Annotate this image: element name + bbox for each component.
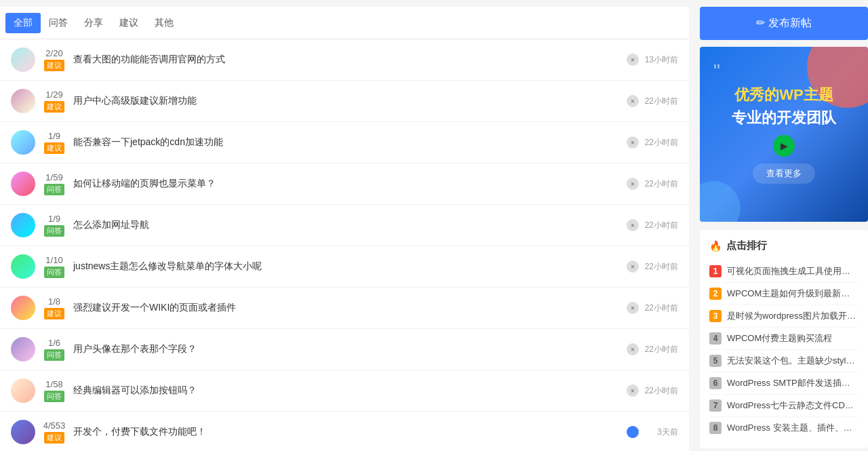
post-title[interactable]: justnews主题怎么修改导航菜单的字体大小呢 — [73, 260, 620, 273]
list-item: 1/6 问答 用户头像在那个表那个字段？ × 22小时前 — [0, 329, 689, 370]
post-time: 22小时前 — [644, 261, 678, 273]
meta-col: 1/58 问答 — [42, 379, 66, 402]
ranking-title-text: WPCOM付费主题购买流程 — [727, 332, 859, 345]
post-title[interactable]: 如何让移动端的页脚也显示菜单？ — [73, 178, 620, 190]
item-right: × 22小时前 — [627, 95, 678, 107]
rank-number: 1 — [709, 265, 722, 277]
item-right: × 22小时前 — [627, 302, 678, 314]
reply-count: 2/20 — [45, 48, 62, 58]
list-item: 2/20 建议 查看大图的功能能否调用官网的方式 × 13小时前 — [0, 39, 689, 81]
ranking-title-text: WordPress 安装主题、插件、更新... — [727, 422, 859, 434]
avatar — [11, 213, 35, 237]
x-badge: × — [627, 178, 639, 190]
ranking-item[interactable]: 6 WordPress SMTP邮件发送插件：... — [709, 372, 859, 395]
rank-number: 2 — [709, 288, 722, 300]
post-title[interactable]: 怎么添加网址导航 — [73, 219, 620, 231]
post-time: 22小时前 — [644, 344, 678, 355]
ranking-item[interactable]: 1 可视化页面拖拽生成工具使用教程 — [709, 260, 859, 283]
ranking-item[interactable]: 7 WordPress七牛云静态文件CDN加... — [709, 395, 859, 417]
rank-number: 6 — [709, 377, 722, 389]
banner-headline-highlight: WP主题 — [779, 86, 833, 103]
avatar — [11, 254, 35, 279]
list-item: 4/553 建议 开发个，付费下载文件功能吧！ 3天前 — [0, 412, 689, 451]
banner-quote-icon: " — [713, 60, 720, 82]
ranking-item[interactable]: 3 是时候为wordpress图片加载开挂... — [709, 305, 859, 328]
post-time: 13小时前 — [644, 54, 678, 66]
meta-col: 1/9 问答 — [42, 214, 66, 237]
post-tag: 建议 — [44, 101, 64, 113]
rank-number: 3 — [709, 310, 722, 322]
avatar — [11, 420, 35, 444]
ranking-title: 🔥 点击排行 — [709, 239, 859, 252]
item-right: × 22小时前 — [627, 136, 678, 149]
banner-play-icon: ▶ — [773, 135, 795, 157]
post-time: 22小时前 — [644, 137, 678, 149]
ranking-item[interactable]: 4 WPCOM付费主题购买流程 — [709, 328, 859, 350]
x-badge: × — [627, 54, 639, 66]
post-title[interactable]: 经典编辑器可以添加按钮吗？ — [73, 385, 620, 397]
post-tag: 问答 — [44, 391, 64, 402]
post-title[interactable]: 开发个，付费下载文件功能吧！ — [73, 426, 620, 438]
reply-count: 1/10 — [45, 255, 62, 265]
ranking-item[interactable]: 5 无法安装这个包。主题缺少style.c... — [709, 350, 859, 372]
ranking-item[interactable]: 2 WPCOM主题如何升级到最新版 主... — [709, 283, 859, 305]
item-right: × 22小时前 — [627, 260, 678, 273]
ranking-title-text: WPCOM主题如何升级到最新版 主... — [727, 288, 859, 300]
reply-count: 1/59 — [45, 172, 62, 182]
post-list: 2/20 建议 查看大图的功能能否调用官网的方式 × 13小时前 1/29 建议… — [0, 39, 689, 451]
reply-count: 1/9 — [48, 214, 60, 224]
post-title[interactable]: 查看大图的功能能否调用官网的方式 — [73, 54, 620, 66]
post-tag: 问答 — [44, 267, 64, 278]
banner-subheadline: 专业的开发团队 — [732, 108, 836, 128]
list-item: 1/9 建议 能否兼容一下jetpack的cdn加速功能 × 22小时前 — [0, 122, 689, 163]
post-time: 22小时前 — [644, 96, 678, 107]
reply-count: 1/9 — [48, 131, 60, 141]
tab-bar: 全部问答分享建议其他 — [0, 7, 689, 39]
tab-建议[interactable]: 建议 — [111, 13, 146, 33]
post-tag: 建议 — [44, 142, 64, 154]
post-time: 22小时前 — [644, 385, 678, 397]
x-badge: × — [627, 95, 639, 107]
tab-全部[interactable]: 全部 — [5, 13, 41, 33]
x-badge: × — [627, 302, 639, 314]
avatar — [11, 378, 35, 403]
ranking-title-text: 是时候为wordpress图片加载开挂... — [727, 310, 859, 322]
banner-cta-button[interactable]: 查看更多 — [753, 163, 815, 184]
ranking-title-text: 无法安装这个包。主题缺少style.c... — [727, 355, 859, 367]
ranking-title-text: WordPress七牛云静态文件CDN加... — [727, 399, 859, 412]
avatar — [11, 130, 35, 155]
post-tag: 建议 — [44, 432, 64, 444]
x-badge: × — [627, 385, 639, 397]
publish-button[interactable]: ✏ 发布新帖 — [700, 7, 868, 40]
post-title[interactable]: 用户头像在那个表那个字段？ — [73, 343, 620, 355]
reply-count: 4/553 — [43, 420, 66, 431]
item-right: × 22小时前 — [627, 178, 678, 190]
item-right: 3天前 — [627, 426, 678, 438]
ranking-item[interactable]: 8 WordPress 安装主题、插件、更新... — [709, 417, 859, 439]
post-tag: 建议 — [44, 308, 64, 319]
list-item: 1/10 问答 justnews主题怎么修改导航菜单的字体大小呢 × 22小时前 — [0, 246, 689, 288]
post-title[interactable]: 用户中心高级版建议新增功能 — [73, 95, 620, 107]
list-item: 1/58 问答 经典编辑器可以添加按钮吗？ × 22小时前 — [0, 370, 689, 412]
avatar — [11, 47, 35, 72]
new-badge — [627, 426, 639, 438]
rank-number: 5 — [709, 355, 722, 367]
tab-其他[interactable]: 其他 — [146, 13, 182, 33]
reply-count: 1/29 — [45, 90, 62, 100]
meta-col: 2/20 建议 — [42, 48, 66, 71]
post-tag: 建议 — [44, 60, 64, 71]
banner-ad[interactable]: " 优秀的WP主题 专业的开发团队 ▶ 查看更多 — [700, 47, 868, 222]
reply-count: 1/58 — [45, 379, 62, 389]
ranking-section: 🔥 点击排行 1 可视化页面拖拽生成工具使用教程 2 WPCOM主题如何升级到最… — [700, 230, 868, 448]
post-tag: 问答 — [44, 184, 64, 195]
reply-count: 1/6 — [48, 338, 60, 348]
post-title[interactable]: 强烈建议开发一个WIKI的页面或者插件 — [73, 302, 620, 314]
banner-headline: 优秀的WP主题 — [734, 85, 833, 105]
fire-icon: 🔥 — [709, 240, 722, 252]
item-right: × 13小时前 — [627, 54, 678, 66]
tab-问答[interactable]: 问答 — [41, 13, 76, 33]
reply-count: 1/8 — [48, 296, 60, 307]
post-title[interactable]: 能否兼容一下jetpack的cdn加速功能 — [73, 136, 620, 149]
tab-分享[interactable]: 分享 — [76, 13, 111, 33]
rank-number: 8 — [709, 422, 722, 434]
